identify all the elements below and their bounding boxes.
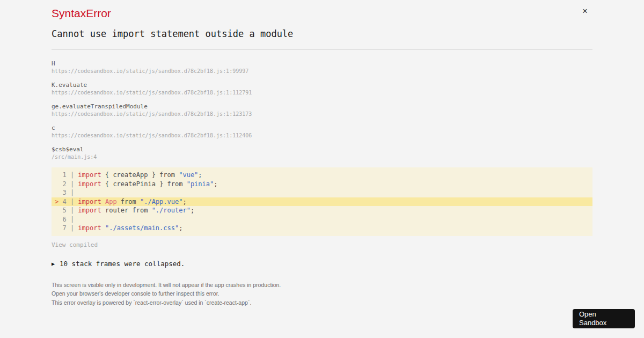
collapsed-frames-label: 10 stack frames were collapsed. [60, 260, 185, 268]
code-line: 5 | import router from "./router"; [52, 206, 592, 215]
error-overlay: × SyntaxError Cannot use import statemen… [0, 0, 644, 338]
stack-frame-function: H [52, 60, 592, 68]
stack-frame-location: https://codesandbox.io/static/js/sandbox… [52, 68, 592, 75]
stack-frame-function: $csb$eval [52, 146, 592, 153]
code-line-marked: > 4 | import App from "./App.vue"; [52, 197, 592, 207]
stack-frame: $csb$eval/src/main.js:4 [52, 146, 592, 161]
error-title: SyntaxError [52, 0, 592, 19]
view-compiled-link[interactable]: View compiled [52, 241, 98, 249]
code-line: 6 | [52, 215, 592, 224]
footer-note: This screen is visible only in developme… [52, 281, 592, 290]
collapsed-frames-toggle[interactable]: ▶ 10 stack frames were collapsed. [52, 260, 592, 268]
stack-frame-location: https://codesandbox.io/static/js/sandbox… [52, 132, 592, 139]
stack-frame: K.evaluatehttps://codesandbox.io/static/… [52, 82, 592, 97]
open-sandbox-button[interactable]: Open Sandbox [573, 309, 635, 328]
footer-note: Open your browser's developer console to… [52, 289, 592, 298]
open-sandbox-label: Open Sandbox [579, 310, 610, 327]
footer-note: This error overlay is powered by `react-… [52, 298, 592, 307]
code-line: 3 | [52, 188, 592, 197]
code-line: 7 | import "./assets/main.css"; [52, 224, 592, 233]
error-message: Cannot use import statement outside a mo… [52, 28, 592, 39]
stack-frame-function: c [52, 124, 592, 132]
stack-frame-function: K.evaluate [52, 82, 592, 89]
footer-notes: This screen is visible only in developme… [52, 281, 592, 307]
stack-frame-location: /src/main.js:4 [52, 153, 592, 161]
divider [52, 49, 592, 50]
code-line: 2 | import { createPinia } from "pinia"; [52, 180, 592, 189]
close-icon[interactable]: × [582, 6, 588, 16]
stack-frame-location: https://codesandbox.io/static/js/sandbox… [52, 89, 592, 97]
stack-frame-list: Hhttps://codesandbox.io/static/js/sandbo… [52, 60, 592, 161]
expand-triangle-icon: ▶ [52, 260, 55, 268]
stack-frame: ge.evaluateTranspiledModulehttps://codes… [52, 103, 592, 118]
code-line: 1 | import { createApp } from "vue"; [52, 171, 592, 180]
stack-frame: chttps://codesandbox.io/static/js/sandbo… [52, 124, 592, 139]
stack-frame-function: ge.evaluateTranspiledModule [52, 103, 592, 111]
stack-frame: Hhttps://codesandbox.io/static/js/sandbo… [52, 60, 592, 75]
code-frame: 1 | import { createApp } from "vue"; 2 |… [52, 167, 592, 236]
stack-frame-location: https://codesandbox.io/static/js/sandbox… [52, 111, 592, 118]
